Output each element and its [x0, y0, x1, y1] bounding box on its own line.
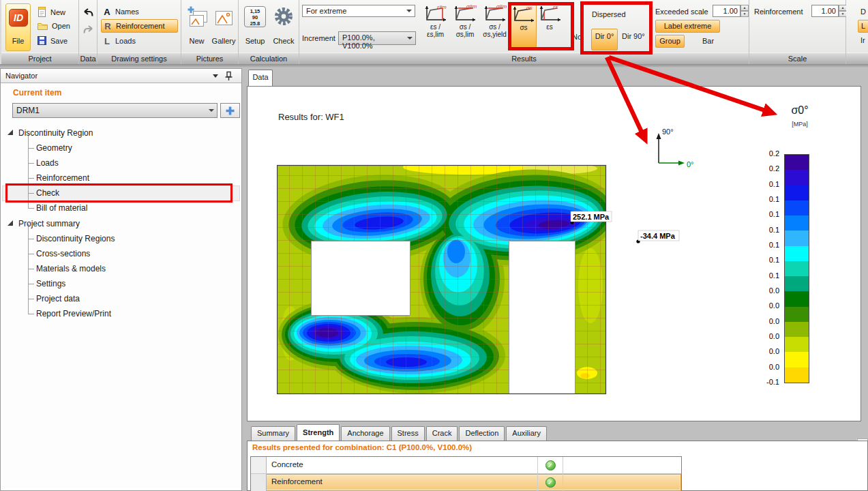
sidebar-item-check[interactable]: Check	[36, 185, 59, 200]
scale-reinforcement-input[interactable]: 1.00	[811, 5, 839, 17]
exceeded-scale-label: Exceeded scale	[655, 8, 708, 16]
sidebar-item-geometry[interactable]: Geometry	[36, 140, 72, 155]
tree-line	[28, 193, 34, 194]
extreme-max-label: 252.1 MPa	[573, 213, 610, 221]
plot-sig-lim-ratio-button[interactable]: σlim σs /σs,lim	[451, 3, 479, 49]
names-toggle-button[interactable]: A Names	[102, 5, 139, 18]
colorbar-tick: 0.1	[749, 210, 779, 218]
tab-deflection[interactable]: Deflection	[459, 426, 505, 441]
plot-sig-yield-ratio-button[interactable]: σlim σs /σs,yield	[479, 3, 510, 49]
open-project-button[interactable]: Open	[37, 21, 70, 31]
tab-summary[interactable]: Summary	[251, 426, 295, 441]
exceeded-scale-spinner[interactable]: ▲ ▼	[740, 5, 749, 17]
tab-stress[interactable]: Stress	[391, 426, 425, 441]
navigator-header[interactable]: Navigator	[1, 69, 241, 83]
chevron-down-icon	[407, 37, 413, 40]
row-selector-cell[interactable]	[251, 457, 267, 473]
tree-line	[28, 208, 34, 209]
row-name-concrete: Concrete	[267, 457, 538, 473]
scale-reinforcement-label: Reinforcement	[754, 8, 803, 16]
tab-data[interactable]: Data	[248, 70, 273, 86]
plot-sig-s-button[interactable]: σs σs	[511, 3, 537, 49]
sidebar-item-project-data[interactable]: Project data	[36, 291, 80, 306]
increment-select[interactable]: P100.0%, V100.0%	[338, 31, 416, 45]
sidebar-item-reinforcement[interactable]: Reinforcement	[36, 170, 89, 185]
gallery-button[interactable]: Gallery	[210, 4, 237, 46]
sidebar-item-discontinuity-regions[interactable]: Discontinuity Regions	[36, 231, 115, 246]
sidebar-item-cross-sections[interactable]: Cross-sections	[36, 246, 90, 261]
application-window: ID File New Open Save Project	[0, 0, 868, 491]
increment-label: Increment	[302, 34, 335, 42]
sidebar-item-loads[interactable]: Loads	[36, 155, 59, 170]
new-project-button[interactable]: New	[37, 6, 65, 18]
pin-icon[interactable]	[224, 71, 233, 81]
ribbon-group-data: Data	[79, 0, 98, 64]
group-label-results: Results	[299, 53, 749, 64]
dispersed-dir90-button[interactable]: Dir 90°	[622, 32, 645, 40]
setup-button[interactable]: 1,15 90 25.8 Setup	[241, 4, 269, 46]
reinforcement-label: Reinforcement	[116, 22, 165, 30]
tree-expander-icon[interactable]	[8, 130, 13, 135]
app-logo-icon: ID	[9, 9, 28, 27]
group-label-calculation: Calculation	[239, 53, 299, 64]
extreme-min-label: -34.4 MPa	[640, 232, 676, 240]
tab-anchorage[interactable]: Anchorage	[341, 426, 389, 441]
spin-down-icon[interactable]: ▼	[740, 11, 749, 17]
chevron-down-icon[interactable]	[213, 74, 218, 78]
tab-auxiliary[interactable]: Auxiliary	[506, 426, 547, 441]
gallery-icon	[213, 7, 234, 33]
file-button-label: File	[6, 37, 30, 45]
drawing-canvas[interactable]: Results for: WF1 90° 0° σ0° [MPa] 0.2 0.…	[247, 86, 861, 421]
table-row[interactable]: Concrete ✓	[251, 457, 681, 474]
undo-button[interactable]	[83, 8, 94, 20]
loads-toggle-button[interactable]: L Loads	[102, 35, 136, 47]
chevron-down-icon	[406, 10, 412, 12]
current-item-select[interactable]: DRM1	[12, 103, 218, 118]
sidebar-item-report-preview[interactable]: Report Preview/Print	[36, 306, 111, 321]
sidebar-item-project-summary[interactable]: Project summary	[18, 216, 80, 231]
chart-eps-lim-icon: εlim	[423, 4, 448, 23]
sidebar-item-materials-models[interactable]: Materials & models	[36, 261, 106, 276]
reinforcement-icon: R	[103, 21, 113, 31]
sidebar-item-discontinuity-region[interactable]: Discontinuity Region	[18, 125, 93, 140]
plot-eps-s-button[interactable]: εs εs	[538, 3, 561, 49]
loads-icon: L	[102, 36, 112, 46]
table-row[interactable]: Reinforcement ✓	[251, 474, 681, 491]
reinforcement-toggle-button[interactable]: R Reinforcement	[101, 19, 178, 33]
extreme-mode-select[interactable]: For extreme	[302, 5, 415, 17]
redo-button[interactable]	[83, 25, 94, 37]
exceeded-scale-input[interactable]: 1.00	[713, 5, 740, 17]
tree-expander-icon[interactable]	[8, 220, 13, 226]
plot-eps-ratio-button[interactable]: εlim εs /εs,lim	[421, 3, 449, 49]
new-picture-label: New	[184, 37, 209, 45]
chart-sig-yield-icon: σlim	[483, 4, 507, 23]
colorbar-tick: 0.0	[749, 286, 779, 295]
clipped-label-bottom: Ir	[860, 36, 865, 44]
group-button[interactable]: Group	[655, 35, 685, 48]
row-empty-cell	[563, 474, 681, 491]
add-item-button[interactable]	[220, 103, 240, 118]
check-calculation-button[interactable]: Check	[270, 4, 297, 46]
chart-eps-s-icon: εs	[538, 4, 563, 23]
save-project-button[interactable]: Save	[37, 35, 68, 46]
label-extreme-button[interactable]: Label extreme	[655, 20, 720, 33]
new-picture-button[interactable]: New	[184, 4, 209, 46]
clipped-orange-button[interactable]: L	[858, 20, 868, 33]
results-tab-strip: Summary Strength Anchorage Stress Crack …	[247, 424, 868, 441]
spin-up-icon[interactable]: ▲	[740, 5, 749, 11]
tab-crack[interactable]: Crack	[426, 426, 458, 441]
row-selector-cell[interactable]	[251, 474, 267, 491]
dispersed-dir0-button[interactable]: Dir 0°	[591, 29, 618, 50]
tab-strength[interactable]: Strength	[297, 424, 340, 441]
row-name-reinforcement: Reinforcement	[267, 474, 538, 491]
tree-line	[28, 314, 34, 314]
bar-button[interactable]: Bar	[702, 37, 714, 45]
dispersed-label: Dispersed	[592, 10, 626, 18]
ribbon-group-project: ID File New Open Save Project	[1, 0, 79, 64]
dispersed-none-button[interactable]: None	[572, 33, 582, 41]
tree-line	[28, 163, 34, 164]
sidebar-item-bill-of-material[interactable]: Bill of material	[36, 200, 87, 215]
file-button[interactable]: ID File	[5, 3, 31, 51]
tree-line	[28, 133, 29, 209]
sidebar-item-settings[interactable]: Settings	[36, 276, 65, 291]
